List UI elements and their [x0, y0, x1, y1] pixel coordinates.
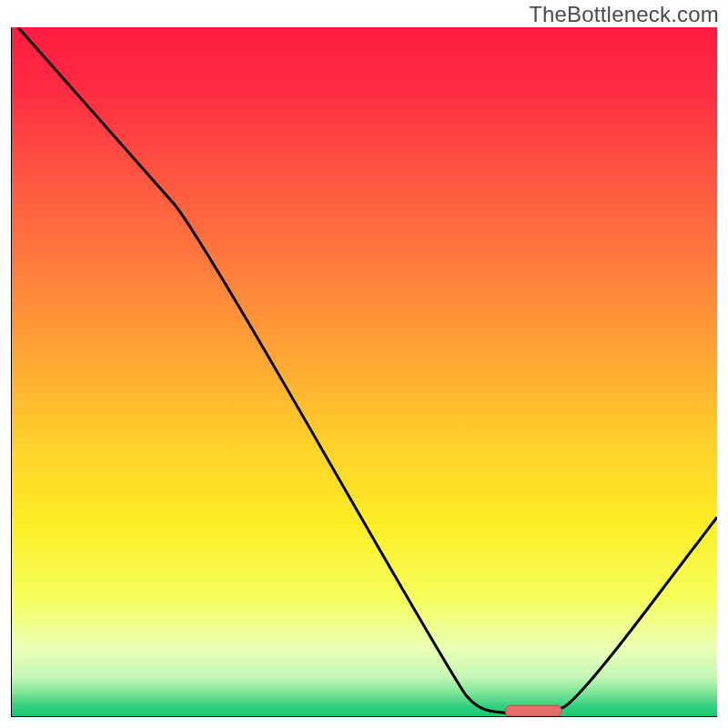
- watermark-label: TheBottleneck.com: [529, 2, 719, 27]
- optimum-marker: [505, 705, 561, 716]
- chart-plot-area: [11, 27, 717, 717]
- chart-svg: [11, 27, 717, 717]
- gradient-background: [11, 27, 717, 717]
